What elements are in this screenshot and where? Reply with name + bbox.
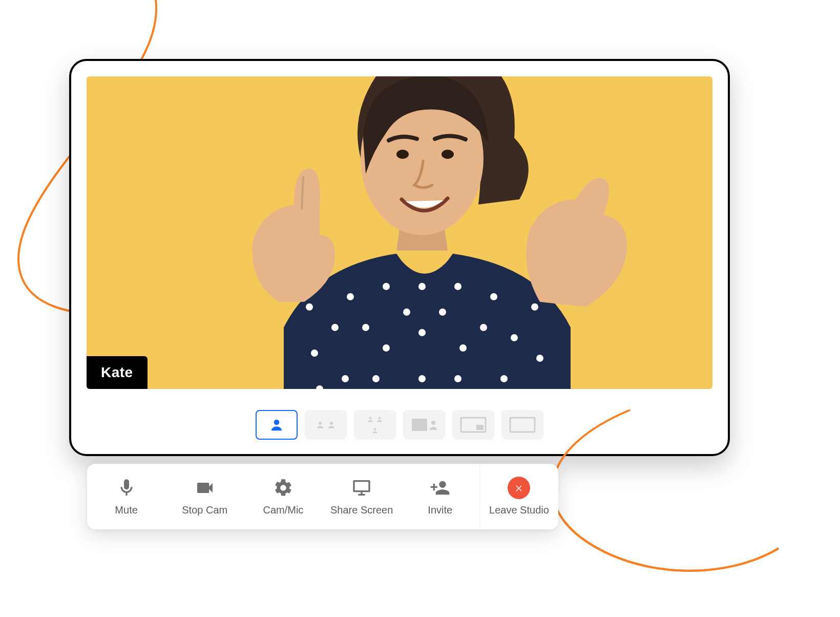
svg-point-24 (372, 375, 380, 382)
gear-icon (273, 478, 293, 498)
layout-single[interactable] (256, 410, 298, 440)
svg-point-18 (490, 293, 497, 300)
cam-mic-label: Cam/Mic (263, 504, 303, 516)
participant-name-tag: Kate (87, 356, 148, 389)
svg-point-3 (306, 303, 313, 311)
leave-label: Leave Studio (489, 504, 549, 516)
svg-point-17 (459, 344, 467, 352)
layout-pip[interactable] (403, 410, 445, 440)
svg-point-13 (418, 329, 426, 336)
svg-point-5 (311, 349, 318, 357)
svg-point-22 (511, 334, 518, 341)
add-person-icon (430, 478, 450, 498)
svg-point-29 (330, 422, 333, 425)
mute-label: Mute (115, 504, 137, 516)
invite-label: Invite (428, 504, 452, 516)
svg-point-4 (331, 324, 339, 331)
svg-point-31 (379, 417, 381, 419)
svg-point-14 (418, 375, 426, 382)
invite-button[interactable]: Invite (401, 464, 479, 529)
svg-point-19 (480, 324, 487, 331)
close-icon (508, 478, 530, 498)
svg-point-23 (536, 355, 543, 362)
studio-window: Kate (69, 59, 730, 456)
svg-point-11 (383, 344, 390, 352)
layout-two-up[interactable] (305, 410, 347, 440)
monitor-icon (351, 478, 372, 498)
layout-fullscreen[interactable] (501, 410, 543, 440)
svg-point-6 (347, 293, 354, 300)
share-screen-label: Share Screen (330, 504, 393, 516)
svg-point-1 (396, 150, 409, 159)
layout-wide-pip[interactable] (452, 410, 494, 440)
camera-icon (195, 478, 215, 498)
participant-video-placeholder (181, 76, 653, 389)
svg-point-2 (442, 150, 454, 159)
mute-button[interactable]: Mute (87, 464, 165, 529)
layout-picker (71, 410, 728, 440)
svg-rect-33 (412, 419, 427, 431)
svg-point-20 (500, 375, 508, 382)
svg-point-25 (454, 375, 461, 382)
svg-point-8 (342, 375, 349, 382)
svg-point-30 (369, 417, 372, 419)
svg-point-27 (274, 420, 280, 425)
svg-point-9 (383, 283, 390, 290)
layout-three-up[interactable] (354, 410, 396, 440)
stop-cam-label: Stop Cam (182, 504, 227, 516)
svg-point-34 (431, 421, 435, 425)
cam-mic-button[interactable]: Cam/Mic (244, 464, 322, 529)
leave-studio-button[interactable]: Leave Studio (479, 464, 558, 529)
svg-point-28 (319, 422, 322, 425)
share-screen-button[interactable]: Share Screen (323, 464, 401, 529)
svg-point-16 (439, 309, 446, 316)
microphone-icon (116, 478, 137, 498)
svg-point-7 (362, 324, 369, 331)
svg-point-12 (418, 283, 426, 290)
stop-cam-button[interactable]: Stop Cam (165, 464, 244, 529)
svg-rect-37 (510, 418, 535, 432)
participant-name: Kate (101, 364, 133, 380)
svg-point-15 (454, 283, 461, 290)
svg-rect-36 (476, 425, 484, 430)
call-toolbar: Mute Stop Cam Cam/Mic Share Screen Invit… (87, 464, 558, 529)
svg-point-21 (531, 303, 538, 311)
svg-point-10 (403, 309, 410, 316)
svg-point-32 (374, 428, 376, 430)
video-tile: Kate (87, 76, 712, 389)
